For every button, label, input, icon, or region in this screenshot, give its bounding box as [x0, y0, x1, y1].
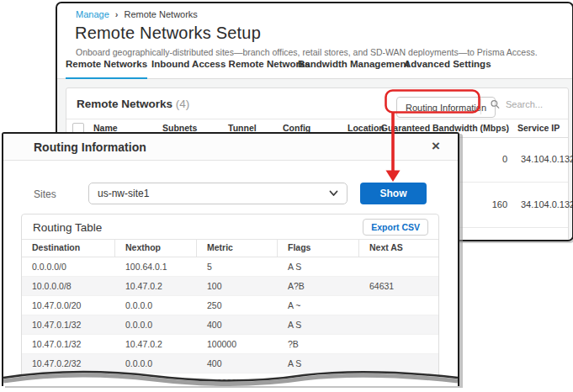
toolbar-divider	[480, 98, 481, 114]
panel-title: Remote Networks (4)	[77, 98, 189, 110]
breadcrumb: Manage › Remote Networks	[76, 9, 198, 19]
cell-nexthop: 10.47.0.2	[115, 335, 197, 353]
tab-remote-networks[interactable]: Remote Networks	[66, 59, 147, 80]
page-subtitle: Onboard geographically-distributed sites…	[76, 47, 538, 57]
cell-nexthop: 10.47.0.2	[115, 277, 197, 295]
cell-next-as	[359, 315, 438, 334]
tab-bar: Remote Networks Inbound Access Remote Ne…	[57, 59, 572, 79]
chevron-down-icon	[329, 190, 338, 197]
cell-flags: A?B	[278, 277, 359, 295]
col-service-ip: Service IP	[517, 123, 560, 133]
col-next-as: Next AS	[359, 240, 438, 257]
search-box[interactable]	[491, 98, 563, 110]
torn-edge	[3, 368, 458, 386]
sites-label: Sites	[34, 188, 56, 200]
cell-next-as	[359, 296, 438, 315]
cell-destination: 0.0.0.0/0	[22, 257, 115, 276]
cell-destination: 10.0.0.0/8	[22, 277, 115, 295]
cell-nexthop: 100.64.0.1	[115, 257, 197, 276]
col-flags: Flags	[278, 240, 359, 257]
panel-title-text: Remote Networks	[77, 98, 172, 110]
modal-title: Routing Information	[34, 140, 146, 154]
col-destination: Destination	[22, 240, 115, 257]
row-service-ip: 34.104.0.132	[521, 154, 573, 164]
sites-dropdown[interactable]: us-nw-site1	[88, 183, 348, 204]
routing-table: Destination Nexthop Metric Flags Next AS…	[22, 239, 438, 386]
routing-table-card: Routing Table Export CSV Destination Nex…	[21, 214, 439, 386]
export-csv-button[interactable]: Export CSV	[363, 219, 428, 236]
cell-metric: 100000	[197, 335, 278, 353]
tab-advanced-settings[interactable]: Advanced Settings	[404, 59, 491, 77]
sites-dropdown-value: us-nw-site1	[98, 188, 329, 199]
routing-information-modal: Routing Information × Sites us-nw-site1 …	[2, 132, 459, 386]
cell-metric: 400	[197, 315, 278, 334]
cell-flags: A ~	[278, 296, 359, 315]
cell-metric: 5	[197, 257, 278, 276]
col-nexthop: Nexthop	[115, 240, 197, 257]
cell-destination: 10.47.0.1/32	[22, 335, 115, 353]
table-row[interactable]: 10.47.0.1/32 10.47.0.2 100000 ?B	[22, 335, 438, 354]
cell-nexthop: 0.0.0.0	[115, 296, 197, 315]
cell-next-as	[359, 257, 438, 276]
cell-next-as: 64631	[359, 277, 438, 295]
close-icon[interactable]: ×	[432, 137, 440, 156]
routing-table-header: Destination Nexthop Metric Flags Next AS	[22, 239, 438, 257]
breadcrumb-manage-link[interactable]: Manage	[76, 9, 109, 19]
breadcrumb-current: Remote Networks	[124, 9, 197, 19]
search-input[interactable]	[504, 98, 563, 110]
show-button[interactable]: Show	[360, 183, 427, 204]
cell-nexthop: 0.0.0.0	[115, 315, 197, 334]
table-row[interactable]: 0.0.0.0/0 100.64.0.1 5 A S	[22, 257, 438, 277]
cell-next-as	[359, 335, 438, 353]
row-bandwidth: 0	[502, 154, 507, 164]
chevron-right-icon: ›	[115, 10, 119, 19]
page-title: Remote Networks Setup	[75, 24, 261, 43]
tab-inbound-access[interactable]: Inbound Access Remote Networks	[151, 59, 310, 77]
cell-flags: A S	[278, 257, 359, 276]
cell-metric: 100	[197, 277, 278, 295]
cell-flags: A S	[278, 315, 359, 334]
tab-bandwidth-management[interactable]: Bandwidth Management	[298, 59, 409, 77]
modal-header: Routing Information ×	[3, 134, 458, 161]
col-metric: Metric	[197, 240, 278, 257]
cell-destination: 10.47.0.0/20	[22, 296, 115, 315]
row-bandwidth: 160	[492, 199, 507, 209]
table-row[interactable]: 10.0.0.0/8 10.47.0.2 100 A?B 64631	[22, 277, 438, 296]
search-icon	[491, 99, 500, 109]
table-row[interactable]: 10.47.0.1/32 0.0.0.0 400 A S	[22, 315, 438, 335]
cell-metric: 250	[197, 296, 278, 315]
row-service-ip: 34.104.0.132	[521, 199, 573, 209]
cell-flags: ?B	[278, 335, 359, 353]
table-row[interactable]: 10.47.0.0/20 0.0.0.0 250 A ~	[22, 296, 438, 315]
routing-table-title: Routing Table	[33, 221, 102, 234]
cell-destination: 10.47.0.1/32	[22, 315, 115, 334]
panel-count: (4)	[176, 98, 190, 110]
